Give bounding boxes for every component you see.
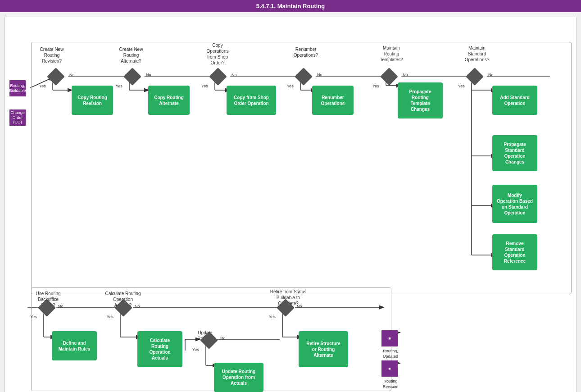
b2-no: No bbox=[135, 304, 140, 309]
change-order-object: Change Order (CO) bbox=[9, 109, 26, 126]
d6-no: No bbox=[488, 73, 494, 77]
page-title: 5.4.7.1. Maintain Routing bbox=[0, 0, 581, 12]
b4-no: No bbox=[297, 304, 302, 309]
routing-buildable-object: Routing, Buildable bbox=[9, 80, 26, 96]
d4-yes: Yes bbox=[287, 84, 294, 88]
routing-updated-object: ■ bbox=[381, 330, 398, 346]
d1-no: No bbox=[69, 73, 75, 77]
b4-yes: Yes bbox=[269, 315, 276, 319]
b3-yes: Yes bbox=[192, 347, 199, 352]
d6-label: MaintainStandardOperations? bbox=[459, 45, 495, 63]
remove-standard-operation-action[interactable]: RemoveStandardOperationReference bbox=[492, 234, 537, 270]
b1-yes: Yes bbox=[30, 315, 37, 319]
d6-yes: Yes bbox=[458, 84, 465, 88]
d4-no: No bbox=[317, 73, 322, 77]
d1-label: Create NewRoutingRevision? bbox=[34, 46, 70, 64]
d4-label: RenumberOperations? bbox=[288, 46, 324, 58]
retire-structure-routing-action[interactable]: Retire Structureor RoutingAlternate bbox=[299, 331, 348, 367]
d3-label: CopyOperationsfrom ShopOrder? bbox=[200, 42, 236, 66]
copy-from-shop-order-action[interactable]: Copy from ShopOrder Operation bbox=[227, 86, 276, 115]
b3-no: No bbox=[220, 336, 226, 341]
renumber-operations-action[interactable]: RenumberOperations bbox=[312, 86, 354, 115]
modify-operation-standard-action[interactable]: ModifyOperation Basedon StandardOperatio… bbox=[492, 185, 537, 223]
d5-label: MaintainRoutingTemplates? bbox=[373, 45, 409, 63]
d2-no: No bbox=[146, 73, 151, 77]
d1-yes: Yes bbox=[39, 84, 46, 88]
propagate-routing-template-action[interactable]: PropagateRoutingTemplateChanges bbox=[398, 82, 443, 119]
diagram-container: Routing, Buildable Change Order (CO) Cre… bbox=[5, 17, 576, 392]
d5-yes: Yes bbox=[372, 84, 379, 88]
routing-updated-label: Routing,Updated bbox=[377, 349, 404, 359]
d2-label: Create NewRoutingAlternate? bbox=[113, 46, 149, 64]
b2-yes: Yes bbox=[107, 315, 113, 319]
copy-routing-revision-action[interactable]: Copy RoutingRevision bbox=[72, 86, 113, 115]
define-maintain-rules-action[interactable]: Define andMaintain Rules bbox=[52, 331, 97, 360]
d3-no: No bbox=[231, 73, 237, 77]
routing-revision-object: ■ bbox=[381, 360, 398, 377]
propagate-standard-operation-action[interactable]: PropagateStandardOperationChanges bbox=[492, 135, 537, 171]
b1-no: No bbox=[58, 304, 64, 309]
d5-no: No bbox=[403, 73, 408, 77]
d2-yes: Yes bbox=[116, 84, 123, 88]
update-routing-operation-action[interactable]: Update RoutingOperation fromActuals bbox=[214, 363, 263, 392]
calculate-routing-actuals-action[interactable]: CalculateRoutingOperationActuals bbox=[137, 331, 182, 367]
add-standard-operation-action[interactable]: Add StandardOperation bbox=[492, 86, 537, 115]
routing-revision-label: RoutingRevision bbox=[377, 379, 404, 389]
copy-routing-alternate-action[interactable]: Copy RoutingAlternate bbox=[148, 86, 190, 115]
d3-yes: Yes bbox=[201, 84, 208, 88]
